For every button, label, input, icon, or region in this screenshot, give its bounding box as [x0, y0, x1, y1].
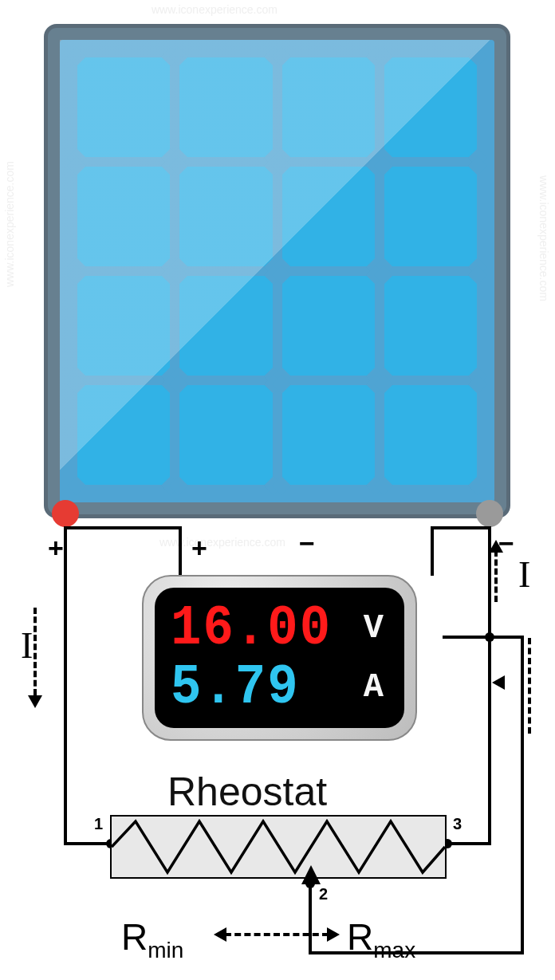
multimeter: 16.00 V 5.79 A [142, 575, 417, 741]
r-min-label: Rmin [121, 915, 183, 963]
solar-cell [384, 276, 477, 376]
solar-cell [179, 57, 272, 157]
wire [521, 636, 524, 954]
current-arrow-dashed [528, 638, 531, 734]
wire [488, 636, 491, 844]
solar-cell [77, 385, 170, 485]
terminal-negative-icon [476, 500, 503, 527]
watermark-text: www.iconexperience.com [152, 3, 278, 16]
arrow-right-icon [327, 927, 340, 942]
solar-cell [384, 385, 477, 485]
terminal-positive-icon [52, 500, 79, 527]
solar-cell [282, 385, 375, 485]
solar-panel-surface [60, 40, 494, 502]
arrow-left-icon [492, 675, 505, 690]
current-reading: 5.79 [171, 659, 300, 715]
wire [443, 636, 524, 639]
solar-cell [282, 276, 375, 376]
solar-cell [77, 276, 170, 376]
meter-screen: 16.00 V 5.79 A [155, 588, 404, 728]
wire [309, 951, 523, 954]
voltage-unit: V [364, 609, 388, 647]
rheostat-zigzag-icon [112, 817, 445, 876]
polarity-plus: + [48, 533, 64, 564]
voltage-reading: 16.00 [171, 600, 332, 656]
wire [431, 526, 434, 576]
circuit-diagram: www.iconexperience.com www.iconexperienc… [0, 0, 555, 980]
solar-cell [179, 276, 272, 376]
wire [309, 877, 312, 954]
wire [179, 526, 182, 576]
wire [431, 526, 489, 529]
meter-plus: + [191, 533, 207, 564]
solar-cell [282, 167, 375, 266]
current-label: I [518, 553, 530, 596]
meter-minus: − [299, 528, 315, 559]
rheostat-wiper-arrow-icon [301, 865, 321, 884]
current-arrow-dashed [33, 608, 37, 695]
wire [64, 526, 67, 844]
current-label: I [21, 624, 33, 667]
solar-cell [77, 167, 170, 266]
current-unit: A [364, 668, 388, 706]
solar-cells-grid [77, 57, 477, 485]
arrow-up-icon [489, 540, 503, 553]
solar-cell [77, 57, 170, 157]
rheostat-node-3: 3 [453, 815, 462, 833]
watermark-text: www.iconexperience.com [3, 161, 16, 287]
solar-cell [282, 57, 375, 157]
arrow-down-icon [28, 695, 42, 708]
r-max-label: Rmax [347, 915, 415, 963]
solar-cell [179, 385, 272, 485]
rheostat-node-1: 1 [94, 815, 103, 833]
solar-cell [384, 167, 477, 266]
wire [64, 526, 182, 529]
wire-node [485, 632, 494, 642]
watermark-text: www.iconexperience.com [537, 175, 550, 301]
wire [64, 842, 112, 845]
arrow-left-icon [214, 927, 226, 942]
current-arrow-dashed [494, 550, 498, 602]
solar-cell [384, 57, 477, 157]
solar-cell [179, 167, 272, 266]
range-dashed-line [225, 933, 329, 936]
rheostat-label: Rheostat [167, 769, 327, 815]
rheostat-node-2: 2 [319, 885, 328, 903]
solar-panel [44, 24, 510, 518]
